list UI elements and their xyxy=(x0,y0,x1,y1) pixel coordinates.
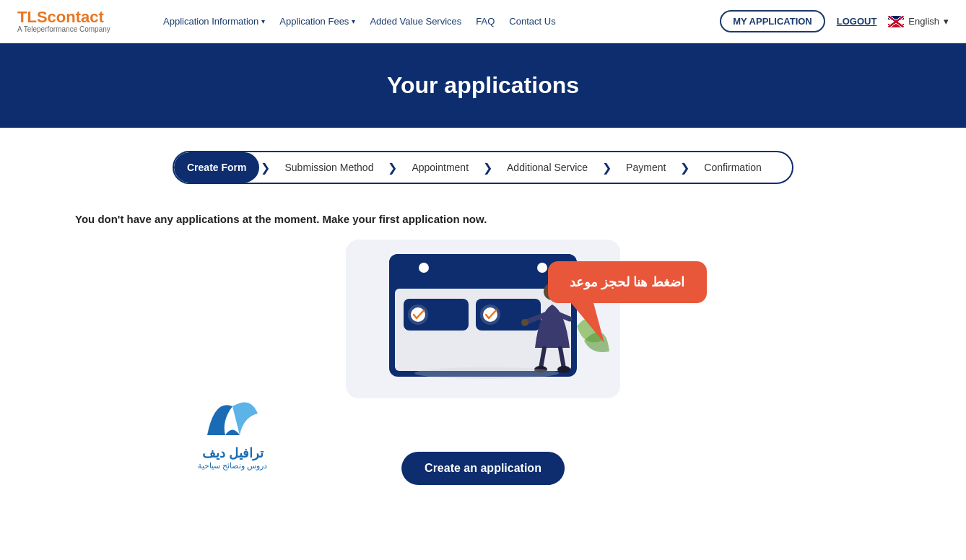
step-submission-label: Submission Method xyxy=(284,162,373,173)
chevron-down-icon: ▾ xyxy=(944,16,949,27)
step-additional[interactable]: Additional Service xyxy=(494,152,601,183)
step-payment[interactable]: Payment xyxy=(613,152,679,183)
step-additional-label: Additional Service xyxy=(507,162,588,173)
no-applications-message: You don't have any applications at the m… xyxy=(75,213,487,225)
svg-point-20 xyxy=(557,366,570,373)
svg-point-21 xyxy=(414,367,559,379)
nav-contact-label: Contact Us xyxy=(509,16,555,27)
logout-button[interactable]: LOGOUT xyxy=(837,16,877,27)
nav-added-value[interactable]: Added Value Services xyxy=(362,10,469,32)
step-confirmation[interactable]: Confirmation xyxy=(691,152,774,183)
step-separator: ❯ xyxy=(259,161,271,175)
svg-point-5 xyxy=(537,263,547,273)
step-confirmation-label: Confirmation xyxy=(704,162,761,173)
create-button-container: Create an application xyxy=(401,437,565,485)
nav-application-fees-label: Application Fees xyxy=(279,16,349,27)
chevron-down-icon: ▾ xyxy=(352,17,355,25)
page-title: Your applications xyxy=(387,72,579,99)
nav-faq-label: FAQ xyxy=(476,16,495,27)
step-separator: ❯ xyxy=(482,161,494,175)
travel-logo-arabic-sub: دروس ونصائح سياحية xyxy=(198,461,267,471)
flag-icon xyxy=(888,16,904,27)
logo-tls-part: TLS xyxy=(17,8,48,26)
step-appointment-label: Appointment xyxy=(412,162,469,173)
step-separator: ❯ xyxy=(386,161,399,175)
nav-application-info-label: Application Information xyxy=(163,16,258,27)
svg-point-4 xyxy=(419,263,429,273)
stepper: Create Form ❯ Submission Method ❯ Appoin… xyxy=(173,151,793,184)
logo: TLScontact xyxy=(17,9,133,25)
step-separator: ❯ xyxy=(601,161,613,175)
step-payment-label: Payment xyxy=(626,162,666,173)
hero-banner: Your applications xyxy=(0,43,966,128)
step-create-form-label: Create Form xyxy=(187,162,246,173)
step-submission[interactable]: Submission Method xyxy=(271,152,386,183)
logo-area: TLScontact A Teleperformance Company xyxy=(17,9,133,33)
nav-links: Application Information ▾ Application Fe… xyxy=(156,10,720,32)
chevron-down-icon: ▾ xyxy=(261,17,265,25)
nav-contact-us[interactable]: Contact Us xyxy=(502,10,562,32)
nav-added-value-label: Added Value Services xyxy=(370,16,461,27)
travel-logo-icon xyxy=(200,392,265,442)
language-selector[interactable]: English ▾ xyxy=(888,16,949,27)
illustration-section: ترافيل ديف دروس ونصائح سياحية xyxy=(17,240,949,485)
logo-contact-part: contact xyxy=(48,8,104,26)
travel-logo: ترافيل ديف دروس ونصائح سياحية xyxy=(198,392,267,471)
my-application-button[interactable]: MY APPLICATION xyxy=(720,10,825,32)
speech-bubble: اضغط هنا لحجز موعد xyxy=(548,261,707,303)
main-content: Create Form ❯ Submission Method ❯ Appoin… xyxy=(0,128,966,508)
header-right: MY APPLICATION LOGOUT English ▾ xyxy=(720,10,949,32)
language-label: English xyxy=(908,16,939,27)
step-appointment[interactable]: Appointment xyxy=(399,152,482,183)
nav-application-fees[interactable]: Application Fees ▾ xyxy=(272,10,362,32)
nav-application-info[interactable]: Application Information ▾ xyxy=(156,10,272,32)
logo-subtitle: A Teleperformance Company xyxy=(17,25,133,33)
create-application-button[interactable]: Create an application xyxy=(401,452,565,485)
nav-faq[interactable]: FAQ xyxy=(469,10,502,32)
bubble-text: اضغط هنا لحجز موعد xyxy=(570,275,684,289)
svg-point-15 xyxy=(521,319,528,326)
illustration-box: اضغط هنا لحجز موعد xyxy=(346,240,620,398)
header: TLScontact A Teleperformance Company App… xyxy=(0,0,966,43)
travel-logo-arabic-name: ترافيل ديف xyxy=(202,445,264,461)
step-separator: ❯ xyxy=(679,161,691,175)
step-create-form[interactable]: Create Form xyxy=(174,152,259,183)
